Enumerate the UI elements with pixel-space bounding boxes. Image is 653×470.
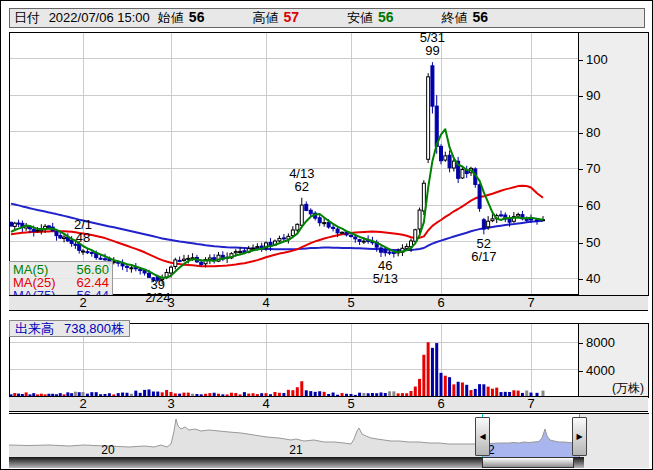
year-label: 20 xyxy=(101,443,115,457)
month-label: 2 xyxy=(79,397,86,411)
scrollbar-track[interactable] xyxy=(9,457,584,468)
scrollbar-thumb[interactable] xyxy=(482,457,574,468)
month-label: 2 xyxy=(79,296,86,310)
chart-annotation: 526/17 xyxy=(471,237,496,263)
close-value: 56 xyxy=(473,9,489,25)
right-arrow-icon: ▶ xyxy=(576,432,582,441)
quote-close: 終値56 xyxy=(442,9,489,27)
x-axis-months-volume: 234567 xyxy=(9,396,648,412)
high-value: 57 xyxy=(283,9,299,25)
low-value: 56 xyxy=(378,9,394,25)
volume-tick-label: 8000 xyxy=(586,336,615,350)
chart-annotation: 465/13 xyxy=(373,259,398,285)
low-label: 安値 xyxy=(347,10,373,25)
price-tick-mark xyxy=(578,206,583,207)
chart-annotation: 392/24 xyxy=(145,278,170,304)
price-tick-label: 100 xyxy=(586,53,608,67)
price-tick-label: 90 xyxy=(586,89,600,103)
navigator-selection[interactable] xyxy=(489,414,572,457)
navigator: 202122 ◀ ▶ xyxy=(9,413,649,457)
quote-date: 日付 2022/07/06 15:00 xyxy=(14,9,150,27)
navigator-right-handle[interactable]: ▶ xyxy=(572,417,587,456)
navigator-left-handle[interactable]: ◀ xyxy=(475,417,490,456)
month-label: 4 xyxy=(262,296,269,310)
price-tick-mark xyxy=(578,243,583,244)
month-label: 4 xyxy=(262,397,269,411)
price-tick-mark xyxy=(578,133,583,134)
high-label: 高値 xyxy=(252,10,278,25)
quote-high: 高値57 xyxy=(252,9,299,27)
volume-tick-mark xyxy=(578,343,583,344)
quote-header: 日付 2022/07/06 15:00 始値56 高値57 安値56 終値56 xyxy=(9,8,645,28)
volume-tick-mark xyxy=(578,371,583,372)
price-tick-mark xyxy=(578,60,583,61)
volume-value: 738,800株 xyxy=(64,321,124,336)
open-value: 56 xyxy=(189,9,205,25)
month-label: 5 xyxy=(347,397,354,411)
chart-annotation: 5/3199 xyxy=(420,31,445,57)
volume-header: 出来高738,800株 xyxy=(9,320,130,337)
price-tick-mark xyxy=(578,96,583,97)
price-axis: 100908070605040 xyxy=(579,32,649,296)
month-label: 6 xyxy=(437,296,444,310)
month-label: 3 xyxy=(167,397,174,411)
date-label: 日付 xyxy=(14,10,40,25)
volume-tick-label: 4000 xyxy=(586,364,615,378)
month-label: 5 xyxy=(347,296,354,310)
chart-annotation: 2/148 xyxy=(74,218,92,244)
month-label: 6 xyxy=(437,397,444,411)
price-tick-label: 50 xyxy=(586,236,600,250)
volume-unit-label: (万株) xyxy=(612,380,644,397)
year-label: 21 xyxy=(289,443,303,457)
date-value: 2022/07/06 15:00 xyxy=(49,10,150,25)
price-tick-label: 40 xyxy=(586,272,600,286)
quote-low: 安値56 xyxy=(347,9,394,27)
price-tick-mark xyxy=(578,279,583,280)
price-tick-label: 60 xyxy=(586,199,600,213)
volume-axis: (万株) 80004000 xyxy=(579,323,649,398)
month-label: 7 xyxy=(527,296,534,310)
x-axis-months-main: 234567 xyxy=(9,295,648,311)
quote-open: 始値56 xyxy=(158,9,205,27)
price-tick-mark xyxy=(578,169,583,170)
price-tick-label: 80 xyxy=(586,126,600,140)
stock-chart-window: 日付 2022/07/06 15:00 始値56 高値57 安値56 終値56 … xyxy=(0,0,653,470)
open-label: 始値 xyxy=(158,10,184,25)
month-label: 7 xyxy=(527,397,534,411)
left-arrow-icon: ◀ xyxy=(479,432,485,441)
volume-label: 出来高 xyxy=(15,321,54,336)
chart-annotation: 4/1362 xyxy=(289,167,314,193)
price-tick-label: 70 xyxy=(586,162,600,176)
close-label: 終値 xyxy=(442,10,468,25)
